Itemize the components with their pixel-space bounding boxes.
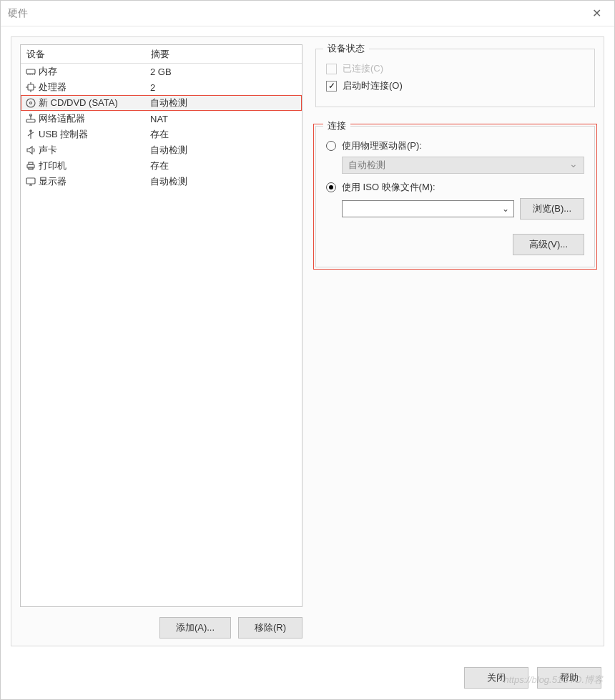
device-table-header: 设备 摘要 bbox=[21, 45, 302, 64]
device-name: 网络适配器 bbox=[39, 112, 149, 125]
device-row[interactable]: 显示器自动检测 bbox=[21, 174, 302, 189]
physical-drive-dropdown-value: 自动检测 bbox=[348, 159, 385, 172]
device-table[interactable]: 设备 摘要 内存2 GB处理器2新 CD/DVD (SATA)自动检测网络适配器… bbox=[20, 44, 302, 607]
usb-icon bbox=[23, 129, 39, 140]
disc-icon bbox=[23, 97, 39, 109]
remove-button[interactable]: 移除(R) bbox=[238, 617, 302, 639]
footer-bar: 关闭 帮助 bbox=[1, 656, 614, 699]
connect-at-power-on-label: 启动时连接(O) bbox=[343, 79, 403, 92]
physical-drive-row[interactable]: 使用物理驱动器(P): bbox=[326, 139, 584, 152]
col-device-header: 设备 bbox=[21, 48, 149, 61]
device-summary: 存在 bbox=[149, 128, 302, 141]
memory-icon bbox=[23, 66, 39, 77]
advanced-button[interactable]: 高级(V)... bbox=[513, 234, 584, 255]
left-column: 设备 摘要 内存2 GB处理器2新 CD/DVD (SATA)自动检测网络适配器… bbox=[20, 44, 302, 607]
svg-point-10 bbox=[26, 99, 35, 107]
connected-checkbox-row: 已连接(C) bbox=[326, 62, 584, 75]
close-button[interactable]: 关闭 bbox=[464, 667, 528, 689]
device-status-group: 设备状态 已连接(C) 启动时连接(O) bbox=[315, 49, 595, 107]
device-row[interactable]: 新 CD/DVD (SATA)自动检测 bbox=[21, 95, 302, 111]
col-summary-header: 摘要 bbox=[149, 48, 302, 61]
connect-at-power-on-checkbox[interactable] bbox=[326, 81, 337, 92]
device-summary: 2 bbox=[149, 82, 302, 93]
device-row[interactable]: 声卡自动检测 bbox=[21, 142, 302, 158]
close-icon[interactable]: ✕ bbox=[586, 4, 607, 23]
device-row[interactable]: 内存2 GB bbox=[21, 64, 302, 79]
device-name: 声卡 bbox=[39, 144, 149, 157]
connection-group: 连接 使用物理驱动器(P): 自动检测 使用 ISO 映像文件(M): bbox=[315, 126, 595, 267]
device-summary: 自动检测 bbox=[149, 97, 302, 109]
svg-rect-0 bbox=[26, 69, 35, 74]
device-summary: 2 GB bbox=[149, 66, 302, 77]
device-name: USB 控制器 bbox=[39, 128, 149, 141]
device-row[interactable]: USB 控制器存在 bbox=[21, 127, 302, 142]
sound-icon bbox=[23, 144, 39, 156]
connect-at-power-on-row[interactable]: 启动时连接(O) bbox=[326, 79, 584, 92]
chevron-down-icon: ⌄ bbox=[502, 204, 509, 214]
hardware-dialog: 硬件 ✕ 设备 摘要 内存2 GB处理器2新 CD/DVD (SATA)自动检测… bbox=[0, 0, 615, 700]
network-icon bbox=[23, 113, 39, 124]
physical-drive-label: 使用物理驱动器(P): bbox=[342, 139, 422, 152]
connected-checkbox bbox=[326, 64, 337, 74]
device-summary: 存在 bbox=[149, 159, 302, 172]
columns: 设备 摘要 内存2 GB处理器2新 CD/DVD (SATA)自动检测网络适配器… bbox=[20, 44, 595, 607]
content-panel: 设备 摘要 内存2 GB处理器2新 CD/DVD (SATA)自动检测网络适配器… bbox=[11, 36, 604, 646]
device-name: 处理器 bbox=[39, 81, 149, 94]
device-name: 显示器 bbox=[39, 175, 149, 188]
device-name: 打印机 bbox=[39, 159, 149, 172]
iso-file-label: 使用 ISO 映像文件(M): bbox=[342, 181, 436, 194]
body-area: 设备 摘要 内存2 GB处理器2新 CD/DVD (SATA)自动检测网络适配器… bbox=[1, 26, 614, 656]
device-summary: 自动检测 bbox=[149, 144, 302, 157]
physical-drive-dropdown: 自动检测 bbox=[342, 157, 584, 174]
device-row[interactable]: 网络适配器NAT bbox=[21, 111, 302, 127]
svg-rect-5 bbox=[28, 84, 34, 90]
device-row[interactable]: 打印机存在 bbox=[21, 158, 302, 174]
add-button[interactable]: 添加(A)... bbox=[159, 617, 231, 639]
left-button-row: 添加(A)... 移除(R) bbox=[20, 617, 302, 639]
svg-rect-22 bbox=[26, 178, 35, 184]
titlebar: 硬件 ✕ bbox=[1, 1, 614, 26]
printer-icon bbox=[23, 160, 39, 172]
svg-point-11 bbox=[30, 102, 32, 104]
physical-drive-radio[interactable] bbox=[326, 141, 336, 151]
iso-file-radio[interactable] bbox=[326, 182, 336, 192]
iso-path-combobox[interactable]: ⌄ bbox=[342, 200, 514, 217]
device-status-legend: 设备状态 bbox=[323, 42, 369, 55]
cpu-icon bbox=[23, 82, 39, 93]
right-column: 设备状态 已连接(C) 启动时连接(O) 连接 bbox=[315, 44, 595, 607]
iso-file-row[interactable]: 使用 ISO 映像文件(M): bbox=[326, 181, 584, 194]
svg-rect-20 bbox=[29, 162, 33, 164]
device-name: 内存 bbox=[39, 65, 149, 78]
svg-rect-12 bbox=[26, 119, 35, 122]
device-summary: NAT bbox=[149, 114, 302, 124]
connection-legend: 连接 bbox=[323, 119, 350, 132]
connected-label: 已连接(C) bbox=[343, 62, 383, 75]
help-button[interactable]: 帮助 bbox=[537, 667, 601, 689]
window-title: 硬件 bbox=[8, 7, 586, 20]
device-summary: 自动检测 bbox=[149, 175, 302, 188]
device-name: 新 CD/DVD (SATA) bbox=[39, 97, 149, 109]
advanced-row: 高级(V)... bbox=[326, 234, 584, 255]
browse-button[interactable]: 浏览(B)... bbox=[520, 198, 584, 220]
iso-input-row: ⌄ 浏览(B)... bbox=[342, 198, 584, 220]
device-row[interactable]: 处理器2 bbox=[21, 79, 302, 95]
monitor-icon bbox=[23, 176, 39, 187]
